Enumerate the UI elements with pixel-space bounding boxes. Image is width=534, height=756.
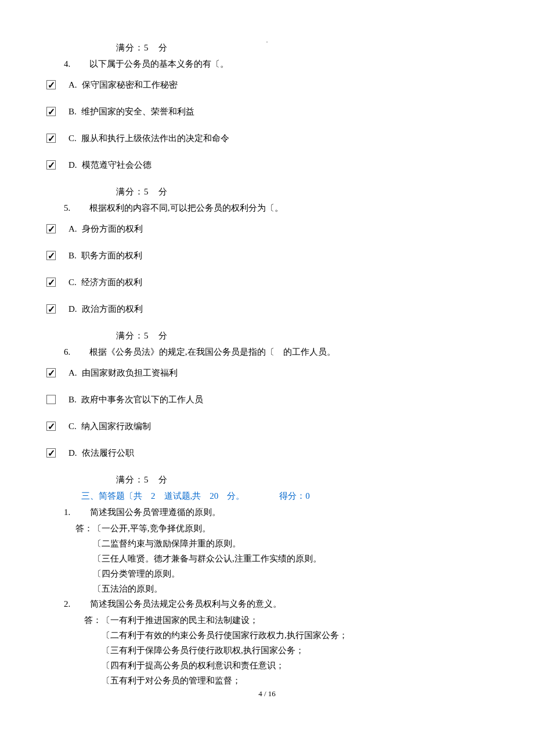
answer-line: 〔四有利于提高公务员的权利意识和责任意识； [102, 658, 488, 672]
answer-line: 〔五法治的原则。 [75, 582, 488, 596]
checkbox-icon[interactable] [46, 448, 56, 458]
checkbox-icon[interactable] [46, 278, 56, 287]
question-number: 5. [64, 201, 87, 215]
option-text: 模范遵守社会公德 [82, 158, 151, 172]
answer-line: 〔四分类管理的原则。 [75, 567, 488, 581]
short-answer-1: 1. 简述我国公务员管理遵循的原则。 [64, 505, 488, 519]
option-text: 政府中事务次官以下的工作人员 [81, 393, 203, 406]
answer-question-text: 简述我国公务员管理遵循的原则。 [90, 507, 221, 517]
answer-line: 〔三任人唯贤。德才兼备与群众公认,注重工作实绩的原则。 [75, 552, 488, 566]
option-letter: A. [68, 366, 77, 380]
option-text: 纳入国家行政编制 [81, 419, 151, 433]
section-3-title: 三、简答题〔共 2 道试题,共 20 分。 得分：0 [81, 489, 488, 503]
question-text: 以下属于公务员的基本义务的有〔。 [89, 59, 229, 69]
option-row: B. 职务方面的权利 [46, 249, 488, 262]
checkbox-icon[interactable] [46, 80, 56, 89]
checkbox-icon[interactable] [46, 134, 56, 143]
answer-line: 〔二有利于有效的约束公务员行使国家行政权力,执行国家公务； [102, 628, 488, 642]
short-answer-2: 2. 简述我国公务员法规定公务员权利与义务的意义。 [64, 597, 488, 611]
score-line-final: 满分：5 分 [116, 473, 488, 487]
question-6: 6. 根据《公务员法》的规定,在我国公务员是指的〔 的工作人员。 [64, 345, 488, 359]
checkbox-icon[interactable] [46, 224, 56, 233]
checkbox-icon[interactable] [46, 422, 56, 431]
option-letter: A. [68, 78, 77, 92]
question-5: 5. 根据权利的内容不同,可以把公务员的权利分为〔。 [64, 201, 488, 215]
answer-line: 〔三有利于保障公务员行使行政职权,执行国家公务； [102, 643, 488, 657]
option-text: 维护国家的安全、荣誉和利益 [81, 105, 194, 118]
answer-line: 答：〔一有利于推进国家的民主和法制建设； [84, 613, 488, 627]
option-letter: D. [68, 158, 77, 172]
option-row: B. 政府中事务次官以下的工作人员 [46, 393, 488, 406]
answer-question-text: 简述我国公务员法规定公务员权利与义务的意义。 [90, 599, 282, 609]
option-row: C. 纳入国家行政编制 [46, 419, 488, 433]
answer-line: 〔二监督约束与激励保障并重的原则。 [75, 537, 488, 550]
option-text: 身份方面的权利 [82, 222, 143, 236]
checkbox-icon[interactable] [46, 304, 56, 314]
option-letter: C. [68, 275, 77, 289]
option-letter: C. [68, 419, 77, 433]
option-row: A. 身份方面的权利 [46, 222, 488, 236]
question-number: 6. [64, 345, 87, 359]
question-number: 4. [64, 57, 87, 71]
question-text: 根据《公务员法》的规定,在我国公务员是指的〔 的工作人员。 [89, 347, 335, 357]
option-text: 经济方面的权利 [81, 275, 142, 289]
option-text: 由国家财政负担工资福利 [82, 366, 178, 380]
score-line-q6-pre: 满分：5 分 [116, 329, 488, 343]
option-row: A. 保守国家秘密和工作秘密 [46, 78, 488, 92]
page-number: 4 / 16 [0, 688, 534, 700]
option-text: 服从和执行上级依法作出的决定和命令 [81, 131, 229, 145]
checkbox-icon[interactable] [46, 107, 56, 116]
option-row: D. 模范遵守社会公德 [46, 158, 488, 172]
checkbox-icon[interactable] [46, 395, 56, 404]
score-line-q5-pre: 满分：5 分 [116, 185, 488, 199]
option-letter: B. [68, 249, 77, 262]
option-row: B. 维护国家的安全、荣誉和利益 [46, 105, 488, 118]
option-letter: D. [68, 446, 77, 460]
question-4: 4. 以下属于公务员的基本义务的有〔。 [64, 57, 488, 71]
checkbox-icon[interactable] [46, 368, 56, 377]
option-text: 依法履行公职 [82, 446, 134, 460]
answer-line: 答：〔一公开,平等,竞争择优原则。 [75, 521, 488, 535]
question-text: 根据权利的内容不同,可以把公务员的权利分为〔。 [89, 203, 283, 213]
option-text: 职务方面的权利 [81, 249, 142, 262]
option-row: C. 经济方面的权利 [46, 275, 488, 289]
option-text: 保守国家秘密和工作秘密 [82, 78, 178, 92]
option-letter: C. [68, 131, 77, 145]
page-header-dot: . [0, 36, 534, 45]
option-row: D. 政治方面的权利 [46, 302, 488, 316]
checkbox-icon[interactable] [46, 251, 56, 260]
answer-number: 1. [64, 507, 70, 517]
checkbox-icon[interactable] [46, 160, 56, 170]
option-letter: B. [68, 393, 77, 406]
option-letter: B. [68, 105, 77, 118]
option-letter: A. [68, 222, 77, 236]
option-row: D. 依法履行公职 [46, 446, 488, 460]
option-text: 政治方面的权利 [82, 302, 143, 316]
option-letter: D. [68, 302, 77, 316]
answer-line: 〔五有利于对公务员的管理和监督； [102, 674, 488, 687]
option-row: A. 由国家财政负担工资福利 [46, 366, 488, 380]
answer-number: 2. [64, 599, 70, 609]
option-row: C. 服从和执行上级依法作出的决定和命令 [46, 131, 488, 145]
